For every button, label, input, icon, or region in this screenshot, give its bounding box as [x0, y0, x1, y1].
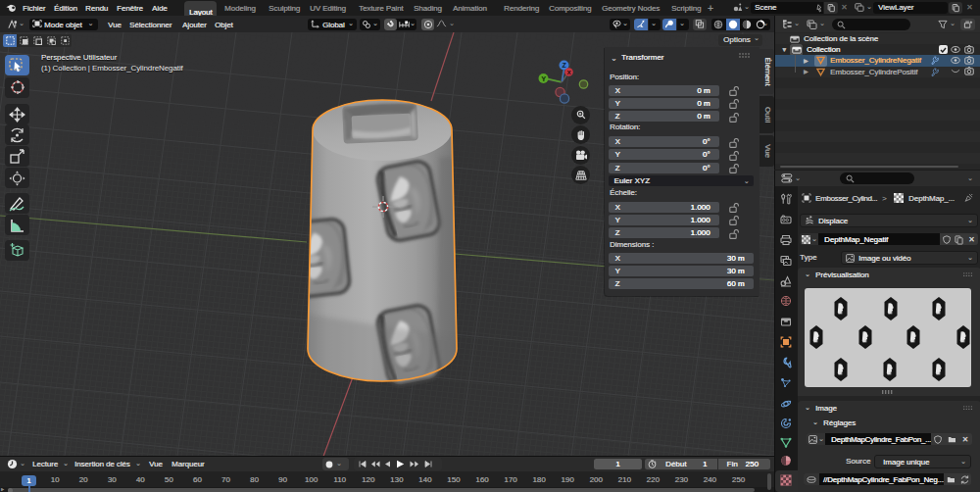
svg-text:X: X	[566, 70, 570, 75]
svg-text:Z: Z	[563, 62, 566, 69]
svg-text:Y: Y	[541, 75, 546, 82]
